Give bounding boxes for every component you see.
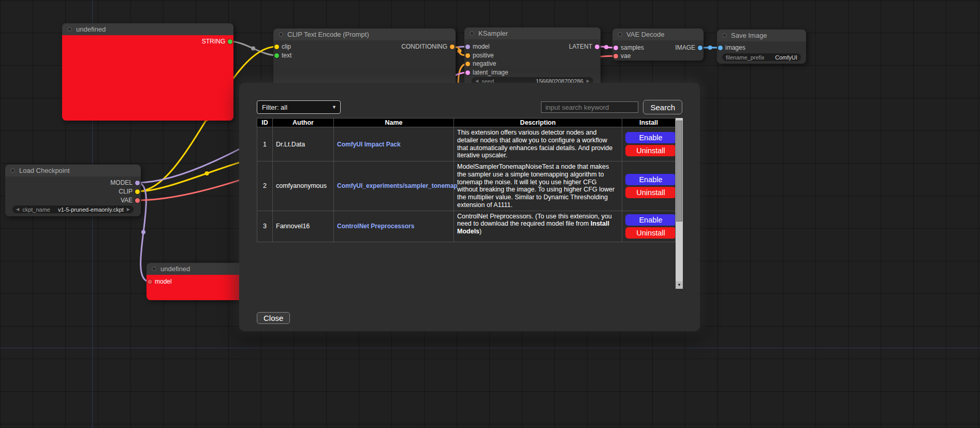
output-slot-latent: LATENT: [464, 42, 601, 51]
scrollbar-thumb[interactable]: [676, 121, 682, 222]
slot-label: STRING: [202, 38, 225, 45]
node-canvas[interactable]: undefined STRING CLIP Text Encode (Promp…: [0, 0, 980, 428]
slot-label: CONDITIONING: [401, 43, 447, 50]
cell-author: Fannovel16: [273, 211, 334, 242]
input-dot[interactable]: [465, 62, 470, 66]
collapse-dot-icon[interactable]: [618, 32, 622, 37]
cell-author: comfyanonymous: [273, 161, 334, 211]
node-title: CLIP Text Encode (Prompt): [287, 31, 369, 38]
header-author: Author: [273, 119, 334, 127]
cell-author: Dr.Lt.Data: [273, 127, 334, 161]
collapse-dot-icon[interactable]: [470, 31, 474, 36]
output-dot[interactable]: [135, 198, 140, 203]
output-dot[interactable]: [135, 181, 140, 185]
description-text: ControlNet Preprocessors. (To use this e…: [457, 213, 612, 228]
enable-button[interactable]: Enable: [625, 214, 676, 226]
link-midpoint-dot: [604, 45, 608, 49]
input-dot[interactable]: [465, 53, 470, 58]
node-body: images filename_prefix ComfyUI: [717, 41, 806, 64]
custom-nodes-dialog: Filter: all ▼ Search ID Author Name: [239, 83, 700, 331]
node-title: KSampler: [478, 29, 508, 37]
input-slot-vae: vae: [612, 52, 704, 60]
output-dot[interactable]: [595, 45, 599, 49]
node-save-image[interactable]: Save Image images filename_prefix ComfyU…: [717, 29, 806, 64]
description-text: ): [479, 228, 481, 235]
node-title-bar[interactable]: undefined: [147, 263, 247, 275]
widget-label: filename_prefix: [726, 54, 765, 61]
dialog-toolbar: Filter: all ▼ Search: [257, 100, 682, 114]
slot-label: text: [282, 52, 291, 59]
node-title-bar[interactable]: Save Image: [717, 29, 806, 41]
extension-link[interactable]: ComfyUI Impact Pack: [337, 141, 401, 148]
node-title-bar[interactable]: CLIP Text Encode (Prompt): [273, 28, 456, 40]
slot-label: vae: [621, 52, 631, 60]
collapse-dot-icon[interactable]: [152, 267, 156, 271]
input-slot-latent-image: latent_image: [464, 68, 601, 77]
uninstall-button[interactable]: Uninstall: [625, 227, 676, 239]
input-dot[interactable]: [274, 53, 279, 58]
input-dot[interactable]: [613, 54, 618, 58]
output-dot[interactable]: [228, 39, 232, 44]
output-dot[interactable]: [135, 189, 140, 194]
table-scrollbar[interactable]: ▼: [676, 118, 683, 289]
cell-description: ControlNet Preprocessors. (To use this e…: [454, 211, 622, 242]
widget-value: v1-5-pruned-emaonly.ckpt: [58, 206, 124, 213]
uninstall-button[interactable]: Uninstall: [625, 187, 676, 198]
enable-button[interactable]: Enable: [625, 174, 676, 185]
node-title: VAE Decode: [626, 31, 664, 38]
output-dot[interactable]: [450, 45, 455, 49]
next-arrow-icon[interactable]: ▶: [127, 208, 130, 212]
extension-link[interactable]: ControlNet Preprocessors: [337, 223, 414, 230]
slot-label: negative: [473, 60, 496, 67]
search-button[interactable]: Search: [643, 100, 682, 114]
slot-label: IMAGE: [675, 44, 695, 51]
collapse-dot-icon[interactable]: [722, 33, 727, 38]
filename-prefix-widget[interactable]: filename_prefix ComfyUI: [722, 53, 801, 61]
node-load-checkpoint[interactable]: Load Checkpoint MODEL CLIP VAE ◀ ckpt_na…: [5, 165, 141, 216]
node-body: MODEL CLIP VAE ◀ ckpt_name v1-5-pruned-e…: [5, 176, 141, 216]
header-install: Install: [622, 119, 676, 127]
link-midpoint-dot: [205, 171, 209, 175]
scroll-down-arrow[interactable]: ▼: [676, 281, 683, 289]
close-button[interactable]: Close: [257, 312, 290, 324]
link-midpoint-dot: [141, 230, 145, 234]
link-midpoint-dot: [708, 46, 712, 50]
search-group: Search: [541, 100, 682, 114]
node-title-bar[interactable]: VAE Decode: [612, 28, 704, 40]
slot-label: positive: [473, 52, 494, 59]
node-vae-decode[interactable]: VAE Decode samples vae IMAGE: [612, 28, 704, 61]
slot-label: VAE: [121, 197, 133, 204]
input-slot-images: images: [717, 43, 806, 52]
collapse-dot-icon[interactable]: [67, 27, 72, 32]
collapse-dot-icon[interactable]: [10, 168, 15, 173]
node-title-bar[interactable]: KSampler: [464, 27, 601, 39]
node-title-bar[interactable]: undefined: [62, 23, 233, 35]
cell-id: 2: [257, 161, 273, 211]
input-dot[interactable]: [718, 46, 723, 50]
input-dot[interactable]: [148, 279, 152, 284]
output-slot-image: IMAGE: [612, 43, 704, 52]
collapse-dot-icon[interactable]: [279, 32, 283, 37]
link-midpoint-dot: [458, 49, 462, 53]
search-input[interactable]: [541, 101, 638, 113]
slot-label: LATENT: [569, 43, 592, 50]
table-row: 2 comfyanonymous ComfyUI_experiments/sam…: [257, 161, 676, 211]
node-title-bar[interactable]: Load Checkpoint: [5, 165, 141, 176]
node-body: samples vae IMAGE: [612, 40, 704, 61]
input-slot-positive: positive: [464, 51, 601, 60]
previous-arrow-icon[interactable]: ◀: [16, 208, 19, 212]
cell-install: Enable Uninstall: [622, 127, 676, 161]
input-slot-text: text: [273, 51, 456, 60]
node-undefined-top[interactable]: undefined STRING: [62, 23, 233, 121]
output-slot-model: MODEL: [5, 179, 141, 187]
uninstall-button[interactable]: Uninstall: [625, 145, 676, 156]
table-header-row: ID Author Name Description Install: [257, 119, 676, 127]
input-dot[interactable]: [465, 70, 470, 75]
filter-dropdown[interactable]: Filter: all: [257, 100, 341, 114]
extension-link[interactable]: ComfyUI_experiments/sampler_tonemap: [337, 182, 458, 189]
node-undefined-bottom[interactable]: undefined model: [147, 263, 247, 300]
table-row: 3 Fannovel16 ControlNet Preprocessors Co…: [257, 211, 676, 242]
output-dot[interactable]: [698, 46, 703, 50]
enable-button[interactable]: Enable: [625, 132, 676, 143]
ckpt-name-widget[interactable]: ◀ ckpt_name v1-5-pruned-emaonly.ckpt ▶: [12, 205, 134, 213]
